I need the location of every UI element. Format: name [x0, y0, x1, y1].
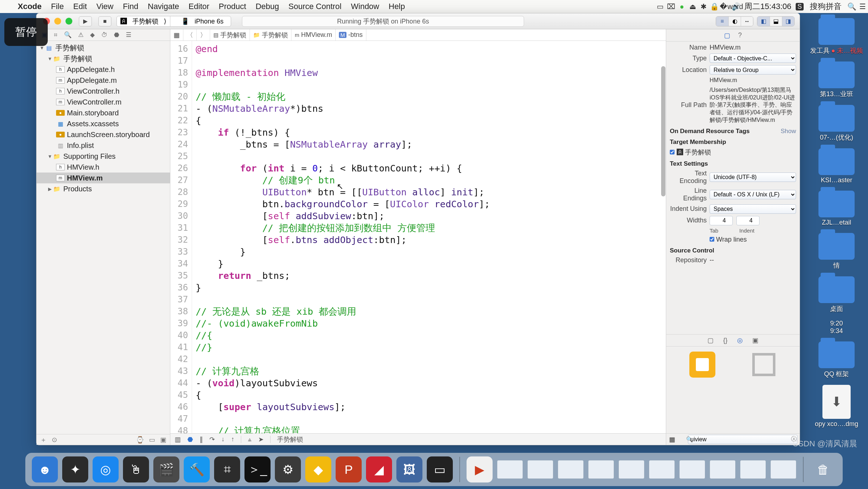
- location-debug-icon[interactable]: ➤: [258, 435, 264, 443]
- location-select[interactable]: Relative to Group: [710, 65, 796, 75]
- dock-app[interactable]: 🖼: [396, 456, 422, 482]
- dock-minimized-window[interactable]: [770, 460, 796, 479]
- menu-edit[interactable]: Edit: [68, 2, 92, 11]
- dock-sketch[interactable]: ◆: [305, 456, 331, 482]
- tree-file[interactable]: ▥Info.plist: [37, 140, 170, 151]
- source-editor[interactable]: 16 17 18 19 20 21 22 23 24 25 26 27 28 2…: [170, 41, 666, 433]
- version-editor-icon[interactable]: ↔: [741, 17, 753, 26]
- dock-app[interactable]: ⌗: [214, 456, 240, 482]
- panel-toggle-segmented[interactable]: ◧⬓◨: [757, 16, 795, 26]
- desktop-folder[interactable]: QQ 框架: [809, 341, 864, 378]
- editor-mode-segmented[interactable]: ≡◐↔: [716, 16, 753, 26]
- tree-file-selected[interactable]: mHMView.m: [37, 173, 170, 183]
- jump-crumb[interactable]: M-btns: [336, 29, 366, 41]
- breakpoints-toggle-icon[interactable]: ⬣: [187, 435, 193, 443]
- report-navigator-tab-icon[interactable]: ☰: [126, 31, 131, 39]
- tree-group-products[interactable]: ▶📁Products: [37, 183, 170, 194]
- menu-app[interactable]: Xcode: [13, 2, 46, 11]
- tree-group[interactable]: ▼📁手势解锁: [37, 53, 170, 64]
- step-over-icon[interactable]: ↷: [209, 435, 215, 443]
- menu-debug[interactable]: Debug: [251, 2, 284, 11]
- menu-navigate[interactable]: Navigate: [143, 2, 184, 11]
- dock-minimized-window[interactable]: [710, 460, 736, 479]
- tree-project-root[interactable]: ▼▤手势解锁: [37, 42, 170, 53]
- dock-minimized-window[interactable]: [618, 460, 644, 479]
- symbol-navigator-tab-icon[interactable]: ⌗: [54, 31, 58, 39]
- dock-safari[interactable]: ◎: [93, 456, 119, 482]
- step-into-icon[interactable]: ↓: [221, 435, 225, 443]
- filter-icon[interactable]: ⊙: [52, 436, 57, 444]
- hide-debug-icon[interactable]: ▥: [175, 435, 181, 443]
- indent-using-select[interactable]: Spaces: [710, 204, 796, 214]
- assistant-editor-icon[interactable]: ◐: [728, 17, 741, 26]
- dock-trash[interactable]: 🗑: [810, 456, 836, 482]
- code-snippet-lib-icon[interactable]: {}: [723, 337, 727, 344]
- step-out-icon[interactable]: ↑: [231, 435, 234, 443]
- desktop-file[interactable]: ⬇opy xco….dmg: [809, 385, 864, 428]
- media-lib-icon[interactable]: ▣: [752, 336, 758, 344]
- status-spotlight-icon[interactable]: 🔍: [846, 2, 857, 11]
- scheme-selector[interactable]: 🅰 手势解锁 ⟩ 📱 iPhone 6s: [116, 16, 231, 27]
- file-template-lib-icon[interactable]: ▢: [707, 336, 714, 344]
- odr-show-link[interactable]: Show: [780, 128, 796, 135]
- tree-file[interactable]: ▦Assets.xcassets: [37, 118, 170, 129]
- status-monitor-icon[interactable]: ▭: [655, 2, 665, 11]
- media-pause-overlay[interactable]: 暂停: [4, 18, 48, 46]
- line-endings-select[interactable]: Default - OS X / Unix (LF): [710, 190, 796, 199]
- status-wifi-icon[interactable]: �word: [720, 2, 731, 11]
- toggle-navigator-icon[interactable]: ◧: [757, 17, 770, 26]
- status-green-icon[interactable]: ●: [676, 3, 687, 11]
- tree-group-supporting[interactable]: ▼📁Supporting Files: [37, 151, 170, 162]
- status-lock-icon[interactable]: 🔒: [709, 2, 720, 11]
- status-volume-icon[interactable]: 🔊: [731, 2, 741, 11]
- dock-settings[interactable]: ⚙: [275, 456, 301, 482]
- pause-debug-icon[interactable]: ‖: [200, 435, 203, 443]
- menu-window[interactable]: Window: [346, 2, 384, 11]
- target-membership-checkbox[interactable]: [670, 150, 675, 154]
- object-library[interactable]: [666, 346, 800, 433]
- tree-file[interactable]: hAppDelegate.h: [37, 64, 170, 75]
- menu-find[interactable]: Find: [118, 2, 143, 11]
- tree-file[interactable]: hViewController.h: [37, 86, 170, 97]
- dock-minimized-window[interactable]: [558, 460, 584, 479]
- quickhelp-inspector-tab-icon[interactable]: ?: [738, 31, 742, 39]
- tree-file[interactable]: hHMView.h: [37, 162, 170, 173]
- window-minimize-button[interactable]: [54, 18, 61, 25]
- toggle-inspector-icon[interactable]: ◨: [782, 17, 794, 26]
- breakpoint-navigator-tab-icon[interactable]: ⬣: [114, 31, 119, 39]
- status-eject-icon[interactable]: ⏏: [687, 2, 698, 11]
- menu-source-control[interactable]: Source Control: [284, 2, 346, 11]
- file-type-select[interactable]: Default - Objective-C...: [710, 54, 796, 63]
- dock-minimized-window[interactable]: [527, 460, 553, 479]
- dock-launchpad[interactable]: ✦: [62, 456, 88, 482]
- dock-minimized-window[interactable]: [649, 460, 675, 479]
- test-navigator-tab-icon[interactable]: ◆: [90, 31, 95, 39]
- jump-crumb[interactable]: ▤手势解锁: [210, 29, 250, 41]
- status-clock[interactable]: 周二15:43:06: [741, 1, 794, 12]
- dock-xcode[interactable]: 🔨: [184, 456, 210, 482]
- menu-view[interactable]: View: [92, 2, 118, 11]
- dock-app[interactable]: ◢: [366, 456, 392, 482]
- tree-file[interactable]: mViewController.m: [37, 97, 170, 107]
- grid-view-icon[interactable]: ▦: [669, 435, 675, 443]
- window-zoom-button[interactable]: [65, 18, 72, 25]
- dock-terminal[interactable]: ＞_: [244, 456, 271, 482]
- wrap-lines-checkbox[interactable]: [710, 237, 714, 242]
- recent-filter-icon[interactable]: ⌚: [136, 436, 144, 444]
- find-navigator-tab-icon[interactable]: 🔍: [64, 31, 72, 39]
- jump-crumb[interactable]: 📁手势解锁: [250, 29, 292, 41]
- desktop-folder[interactable]: ZJL…etail: [809, 191, 864, 226]
- run-button[interactable]: ▶: [79, 16, 92, 26]
- status-ime-name[interactable]: 搜狗拼音: [805, 1, 846, 12]
- standard-editor-icon[interactable]: ≡: [716, 17, 728, 26]
- tree-file[interactable]: mAppDelegate.m: [37, 75, 170, 86]
- debug-navigator-tab-icon[interactable]: ⏱: [101, 31, 107, 39]
- issue-navigator-tab-icon[interactable]: ⚠: [78, 31, 84, 39]
- dock-app[interactable]: P: [336, 456, 362, 482]
- status-notifications-icon[interactable]: ☰: [857, 2, 868, 11]
- desktop-folder[interactable]: 情: [809, 233, 864, 270]
- desktop-folder[interactable]: 桌面: [809, 276, 864, 313]
- tab-width-input[interactable]: [710, 216, 733, 225]
- dock-app[interactable]: ▭: [427, 456, 453, 482]
- jump-crumb[interactable]: mHMView.m: [292, 29, 336, 41]
